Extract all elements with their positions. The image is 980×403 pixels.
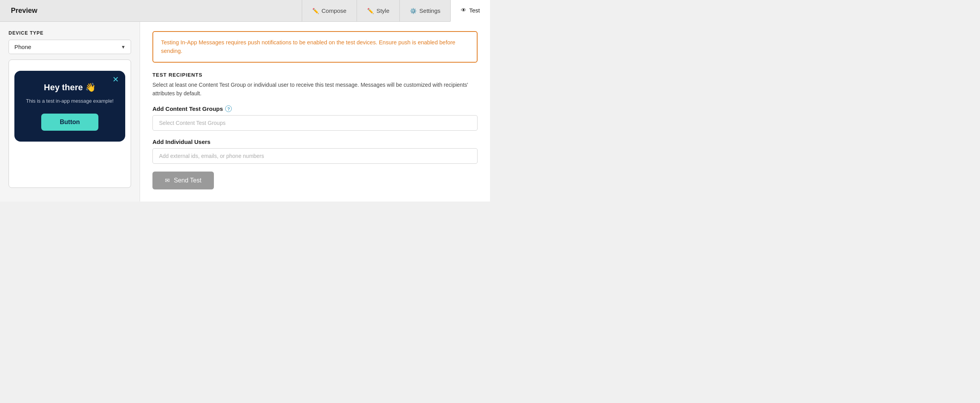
- device-type-label: DEVICE TYPE: [9, 30, 131, 36]
- modal-action-button[interactable]: Button: [41, 114, 99, 131]
- left-panel: DEVICE TYPE Phone Tablet Desktop ▼ ✕ Hey…: [0, 22, 140, 202]
- right-panel: Testing In-App Messages requires push no…: [140, 22, 490, 202]
- main-layout: DEVICE TYPE Phone Tablet Desktop ▼ ✕ Hey…: [0, 22, 490, 202]
- in-app-modal: ✕ Hey there 👋 This is a test in-app mess…: [14, 71, 125, 142]
- tab-compose[interactable]: ✏️ Compose: [302, 0, 357, 21]
- modal-close-icon[interactable]: ✕: [112, 75, 119, 83]
- style-icon: ✏️: [367, 8, 374, 14]
- tab-test[interactable]: 👁 Test: [450, 0, 490, 22]
- warning-text: Testing In-App Messages requires push no…: [161, 39, 455, 54]
- device-select-wrapper: Phone Tablet Desktop ▼: [9, 40, 131, 54]
- modal-body: This is a test in-app message example!: [26, 97, 114, 105]
- tab-style[interactable]: ✏️ Style: [357, 0, 399, 21]
- phone-preview-container: ✕ Hey there 👋 This is a test in-app mess…: [9, 60, 131, 188]
- content-test-groups-label: Add Content Test Groups ?: [152, 105, 478, 112]
- test-recipients-desc: Select at least one Content Test Group o…: [152, 81, 478, 98]
- tab-settings[interactable]: ⚙️ Settings: [399, 0, 450, 21]
- preview-title: Preview: [11, 0, 37, 21]
- top-bar: Preview ✏️ Compose ✏️ Style ⚙️ Settings …: [0, 0, 490, 22]
- content-test-groups-input[interactable]: [152, 115, 478, 131]
- send-icon: ✉: [165, 177, 170, 184]
- nav-tabs: ✏️ Compose ✏️ Style ⚙️ Settings 👁 Test: [302, 0, 490, 21]
- individual-users-label: Add Individual Users: [152, 138, 478, 145]
- send-test-button[interactable]: ✉ Send Test: [152, 172, 214, 189]
- content-test-groups-help-icon[interactable]: ?: [225, 105, 232, 112]
- device-type-select[interactable]: Phone Tablet Desktop: [9, 40, 131, 54]
- individual-users-input[interactable]: [152, 148, 478, 164]
- compose-icon: ✏️: [312, 8, 319, 14]
- warning-box: Testing In-App Messages requires push no…: [152, 31, 478, 63]
- test-icon: 👁: [461, 7, 466, 13]
- test-recipients-title: TEST RECIPIENTS: [152, 72, 478, 78]
- settings-icon: ⚙️: [410, 8, 416, 14]
- modal-title: Hey there 👋: [44, 82, 96, 93]
